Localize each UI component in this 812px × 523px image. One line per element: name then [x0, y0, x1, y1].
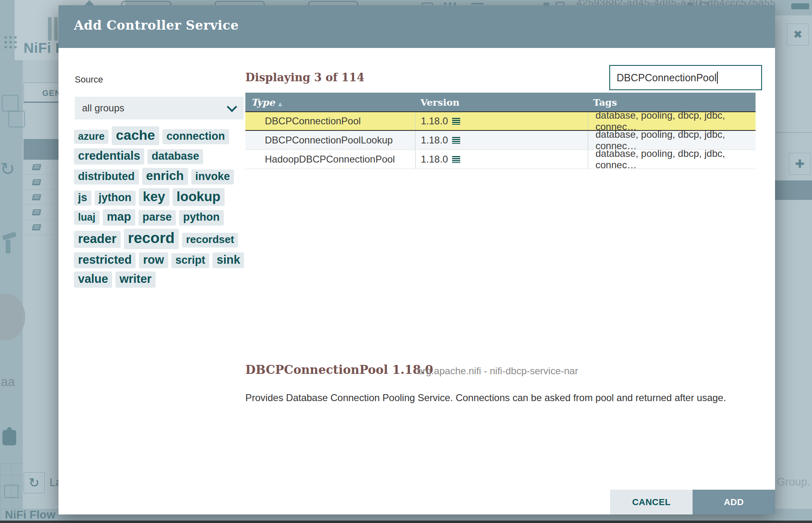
type-cell: DBCPConnectionPool: [245, 112, 415, 130]
source-label: Source: [75, 74, 103, 85]
dialog-header: Add Controller Service: [58, 5, 775, 48]
version-cell: 1.18.0: [415, 131, 588, 150]
service-table-header: Type▲ Version Tags: [245, 93, 756, 111]
tag-cloud-item-jython[interactable]: jython: [95, 191, 136, 206]
text-caret: [717, 72, 718, 84]
selected-service-description: Provides Database Connection Pooling Ser…: [245, 392, 749, 404]
type-cell: DBCPConnectionPoolLookup: [245, 131, 415, 150]
tag-cloud-item-restricted[interactable]: restricted: [74, 252, 136, 269]
type-cell: HadoopDBCPConnectionPool: [245, 150, 415, 169]
tags-cell: database, pooling, dbcp, jdbc, connec…: [588, 150, 756, 169]
tag-cloud-item-python[interactable]: python: [179, 210, 224, 225]
add-button[interactable]: ADD: [693, 490, 775, 514]
sort-asc-icon: ▲: [278, 101, 282, 107]
tag-cloud-item-luaj[interactable]: luaj: [74, 211, 100, 225]
version-cell: 1.18.0: [415, 150, 588, 169]
tag-cloud-item-record[interactable]: record: [124, 229, 179, 249]
tag-cloud-item-map[interactable]: map: [103, 209, 135, 226]
column-header-tags[interactable]: Tags: [588, 97, 756, 108]
selected-service-bundle: org.apache.nifi - nifi-dbcp-service-nar: [417, 365, 578, 377]
source-select-value: all groups: [82, 102, 124, 114]
dialog-title: Add Controller Service: [58, 5, 775, 33]
cancel-button[interactable]: CANCEL: [610, 490, 693, 514]
service-row-HadoopDBCPConnectionPool[interactable]: HadoopDBCPConnectionPool1.18.0database, …: [245, 150, 756, 169]
chevron-down-icon: [227, 102, 237, 112]
tag-cloud-item-sink[interactable]: sink: [212, 252, 244, 269]
tag-cloud-item-cache[interactable]: cache: [112, 126, 159, 145]
tag-cloud-item-azure[interactable]: azure: [74, 130, 108, 144]
version-list-icon: [452, 118, 460, 125]
tag-cloud-item-database[interactable]: database: [147, 149, 203, 164]
tag-cloud-item-distributed[interactable]: distributed: [74, 169, 139, 184]
results-summary: Displaying 3 of 114: [245, 71, 364, 84]
tag-cloud-item-enrich[interactable]: enrich: [142, 168, 188, 185]
tag-cloud-item-recordset[interactable]: recordset: [182, 233, 238, 247]
service-table: Type▲ Version Tags DBCPConnectionPool1.1…: [245, 93, 756, 169]
tag-cloud-item-js[interactable]: js: [74, 191, 91, 206]
tag-cloud-item-lookup[interactable]: lookup: [173, 188, 225, 206]
filter-input[interactable]: DBCPConnectionPool: [609, 65, 762, 90]
tag-cloud-item-invoke[interactable]: invoke: [191, 169, 234, 184]
service-row-DBCPConnectionPool[interactable]: DBCPConnectionPool1.18.0database, poolin…: [245, 111, 756, 131]
selected-service-title: DBCPConnectionPool 1.18.0: [245, 363, 433, 377]
tag-cloud-item-row[interactable]: row: [139, 252, 168, 269]
version-cell: 1.18.0: [415, 112, 588, 130]
tag-cloud-item-value[interactable]: value: [74, 271, 112, 288]
column-header-version[interactable]: Version: [415, 97, 588, 108]
tag-cloud-item-key[interactable]: key: [139, 188, 169, 206]
version-list-icon: [452, 156, 460, 163]
tag-cloud-item-parse[interactable]: parse: [139, 210, 176, 225]
tag-cloud: azurecacheconnectioncredentialsdatabased…: [72, 125, 249, 289]
tag-cloud-item-credentials[interactable]: credentials: [74, 148, 144, 165]
column-header-type[interactable]: Type▲: [245, 97, 415, 108]
service-table-body: DBCPConnectionPool1.18.0database, poolin…: [245, 111, 756, 169]
tag-cloud-item-script[interactable]: script: [171, 253, 210, 268]
service-row-DBCPConnectionPoolLookup[interactable]: DBCPConnectionPoolLookup1.18.0database, …: [245, 131, 756, 150]
filter-input-value: DBCPConnectionPool: [617, 72, 717, 84]
tags-cell: database, pooling, dbcp, jdbc, connec…: [588, 131, 756, 150]
source-select[interactable]: all groups: [75, 97, 244, 119]
screen: ↻ aa NiFi F GEN ↻ La NiFi Flow 42593682-…: [0, 0, 812, 523]
tag-cloud-item-reader[interactable]: reader: [74, 231, 121, 248]
version-list-icon: [452, 137, 460, 144]
tags-cell: database, pooling, dbcp, jdbc, connec…: [588, 112, 756, 130]
tag-cloud-item-connection[interactable]: connection: [162, 129, 229, 144]
tag-cloud-item-writer[interactable]: writer: [115, 271, 156, 288]
add-controller-service-dialog: Add Controller Service Source all groups…: [58, 5, 775, 514]
